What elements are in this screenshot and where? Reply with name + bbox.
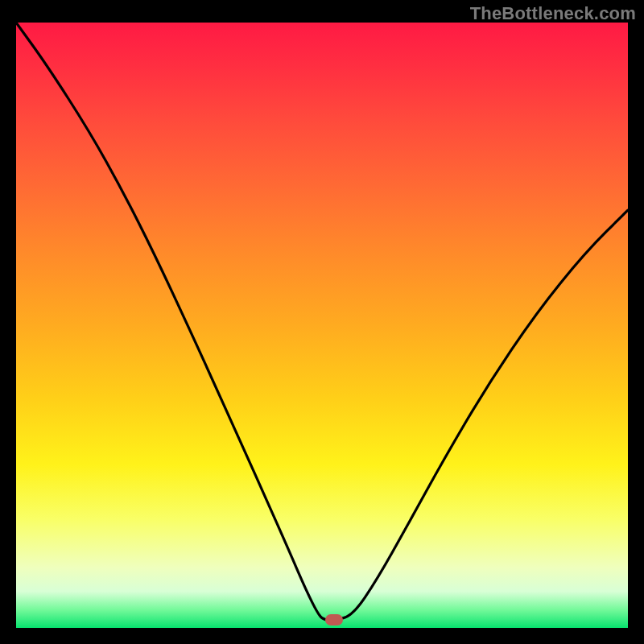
watermark-text: TheBottleneck.com <box>470 3 636 24</box>
curve-svg <box>16 23 628 628</box>
curve-path <box>16 23 628 620</box>
minimum-marker <box>325 614 343 625</box>
plot-area <box>16 23 628 628</box>
chart-frame: TheBottleneck.com <box>0 0 644 644</box>
